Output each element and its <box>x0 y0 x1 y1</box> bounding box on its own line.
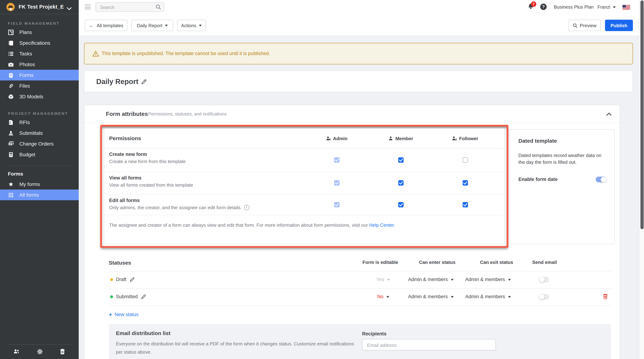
sidebar-item-label: Submittals <box>19 130 43 136</box>
sidebar-item-all-forms[interactable]: All forms <box>0 190 79 200</box>
sidebar-item-plans[interactable]: Plans <box>0 27 79 37</box>
send-email-toggle-submitted[interactable] <box>539 294 549 300</box>
member-person-icon <box>388 136 393 141</box>
user-menu[interactable]: Franzi <box>598 0 616 14</box>
section-label-project-management: PROJECT MANAGEMENT <box>8 111 79 115</box>
help-icon[interactable]: ? <box>540 3 547 10</box>
collapse-chevron-up-icon[interactable] <box>606 111 612 118</box>
sidebar-item-label: Forms <box>19 72 34 78</box>
divider <box>109 306 612 306</box>
plans-icon <box>8 29 14 35</box>
column-header-form-is-editable: Form is editable <box>348 260 412 265</box>
files-icon <box>8 83 14 89</box>
sidebar-item-change-orders[interactable]: Change Orders <box>0 138 79 149</box>
checkbox-create-member[interactable] <box>398 157 404 163</box>
edit-status-pencil-icon[interactable] <box>141 294 146 301</box>
column-header-member: Member <box>372 129 429 148</box>
edit-status-pencil-icon[interactable] <box>130 277 135 284</box>
sidebar-item-my-forms[interactable]: My forms <box>0 179 79 190</box>
search-input[interactable] <box>100 3 154 12</box>
checkbox-create-follower[interactable] <box>462 157 468 163</box>
search-box <box>96 2 164 12</box>
edit-title-pencil-icon[interactable] <box>141 79 147 86</box>
status-dot-submitted <box>110 295 113 298</box>
sidebar-item-budget[interactable]: Budget <box>0 149 79 160</box>
gear-icon[interactable] <box>37 349 43 355</box>
scrollbar-thumb[interactable] <box>640 0 644 229</box>
checkbox-view-follower[interactable] <box>462 180 468 185</box>
checkbox-view-member[interactable] <box>398 180 404 185</box>
checkbox-edit-member[interactable] <box>398 202 404 207</box>
help-center-link[interactable]: Help Center. <box>369 222 395 228</box>
email-distribution-description: Everyone on the distribution list will r… <box>116 340 355 356</box>
sidebar-item-forms[interactable]: Forms <box>0 70 79 80</box>
can-exit-dropdown-submitted[interactable]: Admin & members <box>452 294 524 299</box>
chevron-down-icon <box>165 24 168 26</box>
sidebar-item-label: Change Orders <box>19 141 54 147</box>
sidebar-item-rfis[interactable]: RFIs <box>0 117 79 128</box>
sidebar-item-specifications[interactable]: Specifications <box>0 37 79 48</box>
sidebar-item-submittals[interactable]: Submittals <box>0 128 79 138</box>
enable-form-date-toggle[interactable] <box>596 177 606 182</box>
dated-template-panel: Dated template Dated templates record we… <box>509 129 615 244</box>
form-attributes-header: Form attributes Permissions, statuses, a… <box>84 105 620 123</box>
new-status-button[interactable]: +New status <box>109 312 138 318</box>
sidebar-item-label: My forms <box>19 181 40 187</box>
column-header-send-email: Send email <box>512 260 577 265</box>
sidebar-footer <box>0 339 79 359</box>
sidebar-item-label: Plans <box>19 29 32 35</box>
permissions-title: Permissions <box>109 129 141 148</box>
language-flag-icon[interactable] <box>622 5 630 9</box>
permissions-section: Permissions Admin Member Follower Create… <box>104 128 505 244</box>
sidebar-item-label: Photos <box>19 61 35 67</box>
publish-button[interactable]: Publish <box>605 20 633 31</box>
email-distribution-section: Email distribution list Everyone on the … <box>109 324 611 359</box>
email-address-input[interactable] <box>366 341 493 350</box>
warning-text: This template is unpublished. The templa… <box>102 43 270 64</box>
delete-status-trash-icon[interactable] <box>603 294 608 301</box>
section-subtitle: Permissions, statuses, and notifications <box>148 105 226 123</box>
column-header-can-enter-status: Can enter status <box>405 260 470 265</box>
preview-button[interactable]: Preview <box>568 20 601 31</box>
sidebar-item-tasks[interactable]: Tasks <box>0 48 79 59</box>
people-icon[interactable] <box>14 349 20 355</box>
sidebar-item-photos[interactable]: Photos <box>0 59 79 70</box>
template-select-button[interactable]: Daily Report <box>131 20 173 31</box>
trash-icon[interactable] <box>60 349 66 355</box>
project-switcher[interactable]: FK Test Projekt_E <box>0 0 79 14</box>
sidebar-item-label: Files <box>19 83 30 89</box>
divider <box>109 271 612 271</box>
sidebar: FK Test Projekt_E FIELD MANAGEMENT Plans… <box>0 0 79 359</box>
send-email-toggle-draft[interactable] <box>539 277 549 283</box>
admin-person-icon <box>326 136 331 141</box>
permission-row-create-new-form: Create new form Create a new form from t… <box>104 148 504 172</box>
forms-group-heading: Forms <box>8 171 79 177</box>
section-title: Form attributes <box>106 105 148 123</box>
plan-label: Business Plus Plan <box>554 0 594 14</box>
plus-icon: + <box>109 312 112 318</box>
divider <box>109 289 612 289</box>
grid-dots-icon <box>8 192 14 198</box>
all-templates-back-button[interactable]: ← All templates <box>85 20 127 31</box>
hamburger-menu-icon[interactable] <box>85 5 91 9</box>
info-icon[interactable]: i <box>244 205 249 210</box>
project-name: FK Test Projekt_E <box>18 0 64 14</box>
notifications-bell[interactable]: 7 <box>527 3 536 11</box>
unpublished-warning-banner: This template is unpublished. The templa… <box>84 43 633 64</box>
follower-person-icon <box>452 136 457 141</box>
user-name: Franzi <box>598 4 610 10</box>
sidebar-item-label: RFIs <box>19 119 30 125</box>
actions-button[interactable]: Actions <box>177 20 206 31</box>
sidebar-item-3d-models[interactable]: 3D Models <box>0 91 79 102</box>
change-orders-icon <box>8 141 14 147</box>
column-header-follower: Follower <box>436 129 494 148</box>
specifications-icon <box>8 40 14 46</box>
permission-row-view-all-forms: View all forms View all forms created fr… <box>104 172 504 195</box>
app-logo-icon <box>6 3 15 11</box>
page-scrollbar[interactable] <box>639 0 644 359</box>
can-exit-dropdown-draft[interactable]: Admin & members <box>452 277 524 282</box>
checkbox-edit-follower[interactable] <box>462 202 468 207</box>
dated-template-description: Dated templates record weather data on t… <box>518 152 606 166</box>
sidebar-item-files[interactable]: Files <box>0 80 79 91</box>
rfi-document-icon <box>8 119 14 125</box>
